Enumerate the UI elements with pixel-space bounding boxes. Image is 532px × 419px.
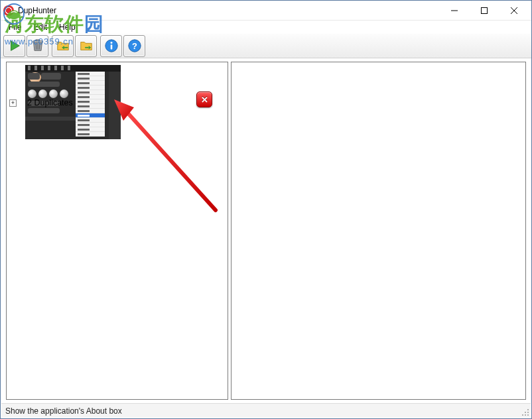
svg-point-20: [525, 412, 526, 413]
tree-node-label: 2 Duplicates: [27, 98, 73, 107]
info-icon: [104, 38, 119, 53]
svg-text:?: ?: [132, 41, 137, 51]
folder-import-icon: [56, 38, 70, 53]
svg-point-23: [525, 414, 526, 416]
app-icon: [3, 5, 14, 16]
status-text: Show the application's About box: [5, 406, 122, 416]
title-bar: DupHunter: [1, 1, 531, 21]
svg-line-17: [123, 107, 216, 210]
menu-help[interactable]: Help: [55, 22, 80, 32]
toolbar-delete-button[interactable]: [27, 35, 48, 57]
folder-export-icon: [79, 38, 94, 53]
svg-rect-1: [481, 7, 487, 13]
svg-rect-11: [85, 47, 89, 48]
svg-point-24: [527, 414, 529, 416]
tree-row[interactable]: + 2 Duplicates: [9, 98, 73, 107]
resize-grip[interactable]: [520, 407, 529, 416]
menu-file[interactable]: File: [5, 22, 25, 32]
toolbar-import-button[interactable]: [52, 35, 74, 57]
trash-icon: [31, 38, 45, 53]
duplicates-panel: + 2 Duplicates: [6, 62, 228, 400]
toolbar-export-button[interactable]: [75, 35, 97, 57]
delete-button[interactable]: [196, 91, 212, 107]
toolbar-run-button[interactable]: [3, 35, 25, 57]
close-button[interactable]: [499, 1, 529, 20]
svg-rect-6: [36, 40, 40, 41]
toolbar: ?: [1, 34, 531, 58]
help-icon: ?: [127, 38, 142, 53]
minimize-button[interactable]: [439, 1, 469, 20]
svg-rect-10: [64, 47, 68, 48]
annotation-arrow: [106, 94, 232, 220]
expand-icon[interactable]: +: [9, 99, 17, 107]
toolbar-help-button[interactable]: ?: [123, 35, 145, 57]
window-title: DupHunter: [18, 6, 56, 15]
toolbar-about-button[interactable]: [100, 35, 122, 57]
menu-edit[interactable]: Edit: [29, 22, 51, 32]
svg-point-21: [527, 412, 529, 413]
maximize-button[interactable]: [469, 1, 499, 20]
svg-point-19: [527, 409, 529, 410]
preview-panel: [231, 62, 526, 400]
svg-point-13: [110, 42, 112, 44]
svg-rect-14: [110, 44, 112, 49]
play-icon: [7, 38, 22, 53]
svg-point-22: [522, 414, 523, 416]
menu-bar: File Edit Help: [1, 21, 531, 34]
svg-marker-4: [11, 41, 19, 51]
workspace: + 2 Duplicates: [1, 59, 531, 402]
status-bar: Show the application's About box: [1, 403, 531, 418]
